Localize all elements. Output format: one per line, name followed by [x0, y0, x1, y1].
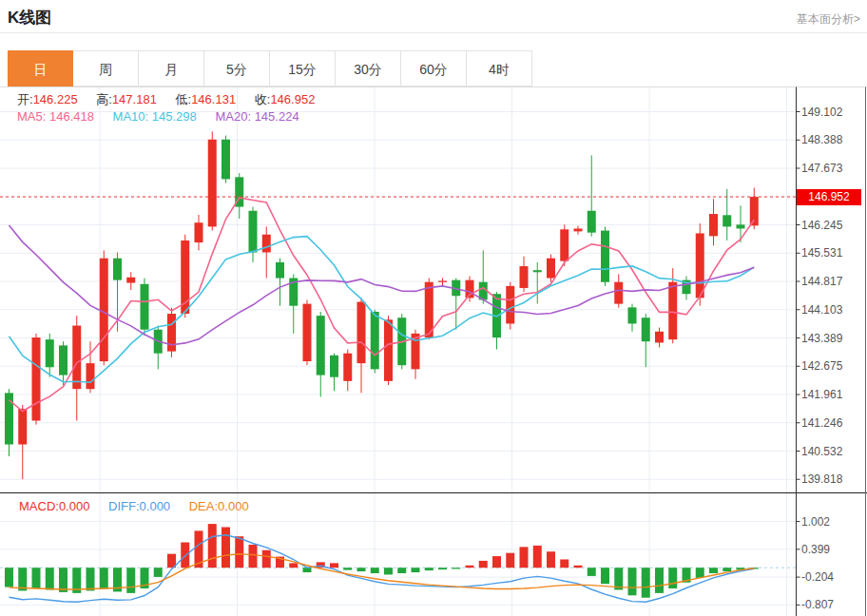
- macd-bar: [601, 568, 609, 584]
- macd-bar: [343, 568, 352, 569]
- y-axis-label: 145.531: [801, 246, 843, 260]
- candle: [317, 312, 325, 397]
- candle: [276, 259, 284, 306]
- axes: [0, 87, 867, 616]
- y-axis-label: -0.807: [801, 598, 834, 611]
- candle: [642, 314, 650, 367]
- macd-info-row: MACD:0.000 DIFF:0.000 DEA:0.000: [19, 499, 264, 513]
- macd-bar: [506, 553, 514, 568]
- macd-bar: [397, 568, 406, 573]
- candle: [343, 350, 352, 392]
- candle: [100, 250, 108, 365]
- candle: [126, 272, 135, 290]
- macd-bar: [709, 568, 718, 573]
- candle: [533, 262, 542, 304]
- candle: [32, 334, 41, 425]
- ohlc-info-row: 开:146.225 高:147.181 低:146.131 收:146.952: [17, 91, 330, 108]
- candles-group: [5, 131, 759, 479]
- macd-bar: [59, 568, 67, 592]
- macd-bar: [330, 563, 338, 568]
- current-price-tag: 146.952: [797, 189, 861, 205]
- macd-label: MACD:: [19, 499, 59, 513]
- y-axis-label: 147.673: [801, 162, 843, 175]
- candle: [371, 310, 379, 374]
- candle: [709, 199, 718, 245]
- high-label: 高:: [96, 92, 112, 106]
- y-axis-label: 141.246: [801, 416, 843, 430]
- dea-value: 0.000: [218, 499, 249, 513]
- y-axis-label: 139.818: [801, 472, 843, 486]
- candle: [59, 341, 67, 385]
- candle: [588, 155, 596, 236]
- candle: [167, 308, 176, 357]
- y-axis-label: 142.675: [801, 359, 843, 373]
- candle: [520, 257, 529, 292]
- candle: [384, 316, 393, 385]
- macd-bar: [181, 543, 189, 568]
- candle: [696, 223, 704, 306]
- y-axis-label: 141.961: [801, 388, 843, 401]
- candle: [330, 354, 338, 392]
- macd-bar: [412, 568, 420, 572]
- macd-bar: [520, 547, 529, 568]
- macd-bar: [696, 568, 704, 578]
- macd-bar: [357, 568, 366, 571]
- macd-bar: [235, 536, 243, 568]
- y-axis-label: 146.245: [801, 219, 843, 232]
- macd-bar: [154, 568, 163, 577]
- ma5-value: 146.418: [49, 109, 94, 124]
- open-value: 146.225: [33, 92, 78, 106]
- candle: [452, 279, 460, 330]
- macd-bar: [452, 568, 460, 568]
- macd-bar: [547, 551, 555, 568]
- ma20-label: MA20:: [215, 109, 251, 124]
- diff-label: DIFF:: [108, 499, 140, 513]
- macd-bar: [222, 528, 230, 568]
- macd-bar: [668, 568, 677, 588]
- macd-bar: [384, 568, 393, 574]
- macd-value: 0.000: [59, 499, 90, 513]
- candle: [262, 226, 271, 278]
- high-value: 147.181: [112, 92, 157, 106]
- y-axis-label: 1.002: [801, 515, 830, 529]
- macd-bar: [289, 563, 298, 568]
- macd-bar: [32, 568, 41, 588]
- macd-bar: [425, 568, 434, 570]
- y-axis-label: 140.532: [801, 445, 843, 458]
- y-axis-labels: 149.102148.388147.673146.952146.245145.5…: [797, 106, 843, 612]
- y-axis-label: 144.103: [801, 303, 843, 317]
- candle: [683, 276, 691, 299]
- candle: [655, 328, 664, 348]
- close-label: 收:: [255, 92, 271, 106]
- candle: [628, 304, 637, 332]
- macd-bar: [655, 568, 664, 593]
- ma10-label: MA10:: [113, 109, 149, 124]
- macd-bar: [100, 568, 108, 588]
- macd-bar: [438, 568, 447, 569]
- candle: [438, 279, 447, 286]
- low-value: 146.131: [191, 92, 236, 106]
- candle: [208, 131, 217, 230]
- candle: [46, 334, 54, 377]
- dea-label: DEA:: [189, 499, 218, 513]
- macd-bar: [722, 568, 731, 571]
- macd-bar: [87, 568, 95, 590]
- candle: [601, 226, 609, 285]
- low-label: 低:: [176, 92, 192, 106]
- macd-bar: [126, 568, 135, 593]
- macd-bar: [533, 546, 542, 568]
- candle: [574, 226, 583, 235]
- macd-bar: [642, 568, 650, 598]
- candle: [222, 136, 230, 183]
- macd-bar: [5, 568, 13, 587]
- candle: [506, 282, 514, 330]
- y-axis-label: -0.204: [801, 570, 834, 584]
- candle: [303, 299, 312, 365]
- macd-bar: [208, 524, 217, 568]
- candle: [479, 250, 488, 303]
- macd-bar: [560, 559, 568, 568]
- candle: [5, 389, 13, 456]
- candle: [18, 405, 27, 479]
- candle: [492, 292, 501, 349]
- candle: [141, 279, 149, 336]
